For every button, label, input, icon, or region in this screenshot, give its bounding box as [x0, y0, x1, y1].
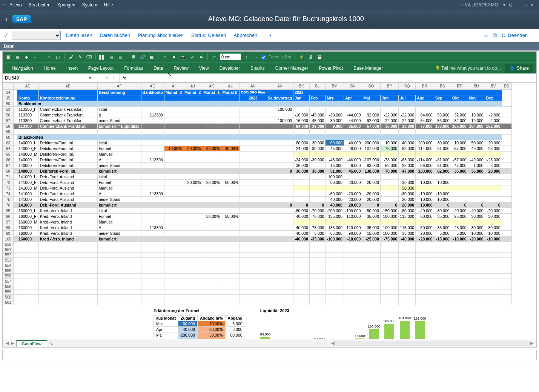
menu-allevo[interactable]: Allevo [9, 2, 22, 8]
variant-combo[interactable] [12, 31, 61, 40]
ribbon-tab-sparks[interactable]: Sparks [245, 63, 270, 73]
formula-explain-title: Erläuterung der Formel [154, 308, 245, 313]
scroll-right-icon[interactable]: ▶ [530, 341, 533, 346]
chevron-right-icon[interactable]: › [461, 2, 463, 8]
undo-icon[interactable]: ↶ [211, 54, 218, 60]
popout-icon[interactable]: ⬀ [189, 54, 195, 60]
square-icon[interactable]: ▢ [54, 54, 61, 60]
tab-nav-next[interactable]: ▶ [11, 341, 14, 346]
brush-icon[interactable]: 🖌 [68, 54, 74, 60]
save2-icon[interactable]: 💾 [316, 54, 323, 60]
page-icon[interactable]: ▤ [108, 54, 115, 60]
minimize-icon[interactable]: — [516, 2, 520, 8]
formula-bar-checkbox[interactable] [261, 55, 266, 60]
ribbon-tab-data[interactable]: Data [148, 63, 168, 73]
back-button[interactable]: ‹ [5, 15, 8, 23]
menu-bearbeiten[interactable]: Bearbeiten [29, 2, 51, 8]
export-icon[interactable]: ⎘ [509, 2, 512, 8]
arrow-icon[interactable]: ↔ [32, 54, 39, 60]
tcode-field[interactable]: /ALLEVO/KXMO [465, 2, 498, 8]
horizontal-scrollbar[interactable] [334, 341, 530, 346]
pen-icon[interactable]: ✎ [77, 54, 83, 60]
menu-springen[interactable]: Springen [57, 2, 75, 8]
cancel-fx-icon[interactable]: ✕ [105, 75, 108, 80]
accept-fx-icon[interactable]: ✓ [112, 75, 115, 80]
chart-bar-dez: 182.000 Dez [414, 317, 426, 339]
ribbon-tab-corner-manager[interactable]: Corner Manager [270, 63, 313, 73]
sap-toolbar: ✓ Daten lesen Daten buchen Planung absch… [0, 29, 539, 42]
ribbon-tab-insert[interactable]: Insert [61, 63, 83, 73]
maximize-icon[interactable]: □ [524, 2, 527, 8]
chart-bar-aug: 77.000 Aug [355, 334, 365, 339]
abbrechen-link[interactable]: Abbrechen [233, 32, 257, 38]
formula-input[interactable] [129, 74, 528, 82]
db-icon[interactable]: 🗄 [307, 54, 314, 60]
camera-icon[interactable]: 📷 [180, 54, 186, 60]
calc-icon[interactable]: 🖩 [130, 54, 137, 60]
status-link[interactable]: Status: Gelesen [191, 32, 226, 38]
list-icon[interactable]: ▾ [503, 2, 505, 8]
sheet-tab-cashflow[interactable]: CashFlow [16, 340, 47, 347]
external-icon[interactable]: ⭷ [267, 32, 272, 38]
planung-abschliessen-link[interactable]: Planung abschließen [138, 32, 183, 38]
chart-bar-nov: 184.000 Nov [398, 316, 411, 339]
width-icon[interactable]: ↔ [252, 54, 259, 60]
beenden-link[interactable]: Beenden [508, 32, 528, 38]
circle-icon[interactable]: ○ [45, 54, 52, 60]
paste-icon[interactable]: 📋 [5, 54, 12, 60]
scroll-left-icon[interactable]: ◀ [331, 341, 334, 346]
menu-hilfe[interactable]: Hilfe [104, 2, 113, 8]
zoom-input[interactable] [220, 54, 241, 60]
ruler-icon[interactable]: ▌▌ [99, 54, 106, 60]
chevron-down-icon[interactable]: ▾ [89, 75, 91, 81]
ribbon-tab-formulas[interactable]: Formulas [119, 63, 148, 73]
menu-system[interactable]: System [82, 2, 97, 8]
layout-icon[interactable]: ⧉ [493, 32, 497, 38]
menu-icon[interactable]: ≡ [3, 2, 6, 8]
share-button[interactable]: 👤Share [505, 64, 533, 73]
stop-icon[interactable]: ■ [170, 54, 177, 60]
excel-quick-toolbar: 📋 ▦ ◆ ↔ ○ ▢ 🖌 ✎ ⌫ ▌▌ ▤ ▥ 🖩 🔗 ▦ ○ ■ 📷 ⬀ ⬅… [3, 52, 536, 62]
add-sheet-button[interactable]: ⊕ [50, 341, 54, 346]
grid-icon[interactable]: ▦ [14, 54, 21, 60]
table-icon[interactable]: ▦ [148, 54, 155, 60]
person-icon: 👤 [509, 66, 515, 71]
ribbon-tab-review[interactable]: Review [169, 63, 194, 73]
tab-nav-prev[interactable]: ◀ [6, 341, 9, 346]
formula-bar-label: Formula Bar [269, 55, 292, 59]
ribbon-tab-base-manager[interactable]: Base Manager [348, 63, 388, 73]
split-icon[interactable]: ⋮ [325, 341, 329, 346]
status-bar [2, 350, 537, 360]
refresh-icon[interactable]: ↻ [501, 32, 506, 38]
ribbon-tab-navigation[interactable]: Navigation [6, 63, 38, 73]
fx-icon[interactable]: fx [120, 76, 129, 80]
daten-buchen-link[interactable]: Daten buchen [100, 32, 130, 38]
expand-fbar-icon[interactable]: ⌄ [528, 75, 536, 80]
snap-icon[interactable]: ◆ [23, 54, 30, 60]
chart-bar-sep: 133.000 Sep [368, 325, 380, 339]
ribbon-tab-page-layout[interactable]: Page Layout [83, 63, 119, 73]
ribbon-tab-view[interactable]: View [194, 63, 214, 73]
link-icon[interactable]: 🔗 [139, 54, 146, 60]
sheet-icon[interactable]: ▥ [117, 54, 124, 60]
ribbon-tab-home[interactable]: Home [38, 63, 61, 73]
tell-me-input[interactable]: Tell me what you want to do... [441, 66, 501, 71]
formula-explain-block: Erläuterung der Formel aus MonatZugangAb… [154, 308, 245, 339]
import-icon[interactable]: ⬅ [198, 54, 204, 60]
eraser-icon[interactable]: ⌫ [86, 54, 92, 60]
page-title: Allevo-MO: Geladene Datei für Buchungskr… [38, 15, 534, 23]
ribbon-tab-developer[interactable]: Developer [214, 63, 246, 73]
daten-lesen-link[interactable]: Daten lesen [66, 32, 92, 38]
dots-icon[interactable]: ⋮ [97, 75, 101, 80]
height-icon[interactable]: ↕ [243, 54, 250, 60]
bolt-icon[interactable]: ⚡ [298, 54, 305, 60]
excel-container: 📋 ▦ ◆ ↔ ○ ▢ 🖌 ✎ ⌫ ▌▌ ▤ ▥ 🖩 🔗 ▦ ○ ■ 📷 ⬀ ⬅… [2, 51, 537, 348]
sheet-grid[interactable]: ADAEAFAGAIAJAKALANAXBKBLBMBNBOBPBQBRBSBT… [3, 83, 536, 339]
check-icon[interactable]: ✓ [4, 32, 9, 39]
file-bar-label: Datei [4, 44, 14, 49]
window-icon[interactable]: ▭ [484, 32, 488, 38]
close-icon[interactable]: ✕ [530, 2, 534, 8]
record-icon[interactable]: ○ [161, 54, 168, 60]
ribbon-tab-power-pivot[interactable]: Power Pivot [313, 63, 348, 73]
name-box[interactable]: DU549▾ [3, 74, 93, 82]
